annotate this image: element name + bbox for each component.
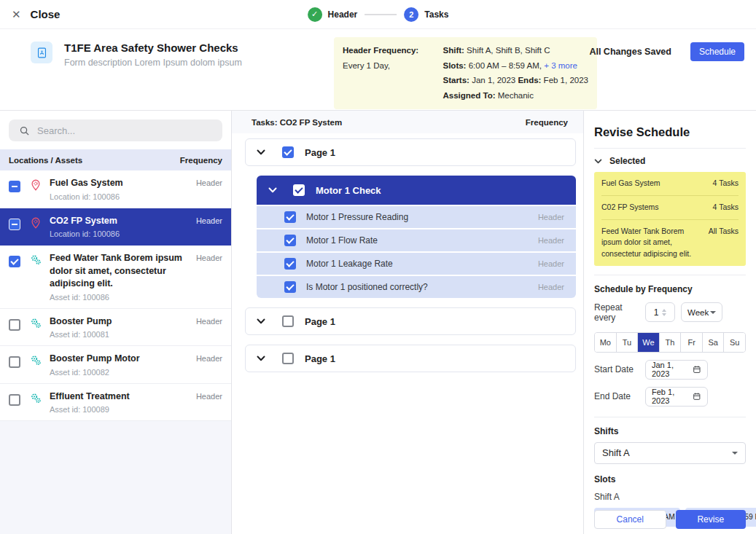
page-checkbox[interactable] bbox=[282, 315, 294, 327]
slots-more-link[interactable]: + 3 more bbox=[544, 61, 577, 70]
page-checkbox[interactable] bbox=[282, 353, 294, 364]
step-done-check-icon: ✓ bbox=[308, 7, 322, 22]
divider bbox=[594, 148, 746, 149]
sidebar-item-co2-fp-system[interactable]: CO2 FP System Location id: 100086 Header bbox=[0, 208, 231, 246]
item-checkbox[interactable] bbox=[9, 181, 20, 192]
item-frequency: Header bbox=[196, 254, 224, 262]
sidebar-item-booster-pump[interactable]: Booster Pump Asset id: 100081 Header bbox=[0, 309, 231, 347]
page-label: Page 1 bbox=[305, 353, 335, 364]
schedule-button[interactable]: Schedule bbox=[690, 42, 744, 61]
task-row[interactable]: Motor 1 Flow Rate Header bbox=[257, 229, 576, 251]
item-name: Booster Pump bbox=[50, 315, 192, 329]
chevron-down-icon[interactable] bbox=[257, 149, 265, 155]
day-button-su[interactable]: Su bbox=[723, 333, 745, 352]
item-checkbox[interactable] bbox=[9, 394, 20, 406]
selected-item-row: Fuel Gas System 4 Tasks bbox=[601, 172, 739, 196]
start-date-input[interactable]: Jan 1, 2023 bbox=[645, 360, 708, 380]
task-checkbox[interactable] bbox=[284, 258, 296, 270]
item-checkbox[interactable] bbox=[9, 256, 20, 267]
close-icon[interactable]: ✕ bbox=[12, 9, 21, 20]
group-header[interactable]: Motor 1 Check bbox=[257, 176, 576, 205]
item-name: Fuel Gas System bbox=[50, 177, 192, 190]
task-frequency: Header bbox=[538, 283, 564, 291]
item-checkbox[interactable] bbox=[9, 356, 20, 368]
info-dates-row: Starts: Jan 1, 2023 Ends: Feb 1, 2023 bbox=[443, 73, 589, 88]
sidebar-item-fuel-gas-system[interactable]: Fuel Gas System Location id: 100086 Head… bbox=[0, 170, 231, 208]
task-row[interactable]: Is Motor 1 positioned correctly? Header bbox=[257, 276, 576, 298]
info-frequency-label: Header Frequency: bbox=[343, 46, 418, 55]
page-label: Page 1 bbox=[305, 147, 335, 158]
item-name: Feed Water Tank Borem ipsum dolor sit am… bbox=[50, 252, 192, 291]
task-checkbox[interactable] bbox=[284, 235, 296, 246]
asset-gears-icon bbox=[29, 392, 42, 405]
caret-down-icon bbox=[710, 311, 716, 314]
locations-sidebar: Locations / Assets Frequency Fuel Gas Sy… bbox=[0, 111, 232, 534]
calendar-icon bbox=[693, 365, 701, 374]
day-button-fr[interactable]: Fr bbox=[680, 333, 702, 352]
chevron-down-icon[interactable] bbox=[257, 318, 265, 324]
page-checkbox[interactable] bbox=[282, 146, 294, 158]
step-tasks[interactable]: 2 Tasks bbox=[404, 7, 448, 22]
selected-items-box: Fuel Gas System 4 Tasks C02 FP Systems 4… bbox=[594, 172, 746, 266]
search-area bbox=[0, 111, 231, 149]
page-label: Page 1 bbox=[305, 316, 335, 327]
revise-button[interactable]: Revise bbox=[676, 510, 747, 529]
task-checkbox[interactable] bbox=[284, 211, 296, 223]
page-card-expanded[interactable]: Page 1 bbox=[245, 138, 576, 166]
step-number-badge: 2 bbox=[404, 7, 418, 22]
chevron-down-icon[interactable] bbox=[594, 159, 602, 164]
chevron-down-icon[interactable] bbox=[257, 356, 265, 361]
search-input[interactable] bbox=[37, 125, 212, 136]
tasks-title: Tasks: CO2 FP System bbox=[252, 118, 342, 127]
repeat-count-input[interactable]: 1 bbox=[645, 302, 675, 322]
group-checkbox[interactable] bbox=[293, 184, 305, 196]
task-row[interactable]: Motor 1 Leakage Rate Header bbox=[257, 253, 576, 275]
item-checkbox[interactable] bbox=[9, 219, 20, 230]
task-frequency: Header bbox=[538, 213, 564, 221]
task-label: Motor 1 Leakage Rate bbox=[306, 259, 538, 269]
tasks-panel-header: Tasks: CO2 FP System Frequency bbox=[232, 111, 583, 133]
asset-gears-icon bbox=[29, 317, 42, 330]
task-row[interactable]: Motor 1 Pressure Reading Header bbox=[257, 206, 576, 228]
day-button-we-selected[interactable]: We bbox=[637, 333, 659, 352]
shift-select-value: Shift A bbox=[602, 447, 630, 458]
divider bbox=[594, 275, 746, 275]
day-button-mo[interactable]: Mo bbox=[595, 333, 616, 352]
chevron-down-icon[interactable] bbox=[268, 187, 277, 193]
info-details: Shift: Shift A, Shift B, Shift C Slots: … bbox=[443, 43, 589, 103]
day-button-tu[interactable]: Tu bbox=[616, 333, 638, 352]
task-label: Motor 1 Pressure Reading bbox=[306, 212, 538, 222]
item-text: Feed Water Tank Borem ipsum dolor sit am… bbox=[50, 252, 196, 302]
page-card-collapsed[interactable]: Page 1 bbox=[245, 345, 576, 372]
search-box[interactable] bbox=[9, 119, 222, 141]
repeat-every-row: Repeat every 1 Week bbox=[594, 302, 746, 323]
form-header: T1FE Area Safety Shower Checks Form desc… bbox=[0, 29, 756, 111]
day-button-th[interactable]: Th bbox=[659, 333, 681, 352]
slots-title: Slots bbox=[594, 474, 746, 484]
sidebar-item-feed-water-tank[interactable]: Feed Water Tank Borem ipsum dolor sit am… bbox=[0, 246, 231, 309]
repeat-unit-select[interactable]: Week bbox=[681, 302, 722, 322]
close-button[interactable]: ✕ Close bbox=[12, 8, 60, 20]
item-checkbox[interactable] bbox=[9, 319, 20, 331]
stepper-connector bbox=[365, 14, 397, 15]
sidebar-item-booster-pump-motor[interactable]: Booster Pump Motor Asset id: 100082 Head… bbox=[0, 346, 231, 384]
locations-assets-header: Locations / Assets bbox=[9, 156, 82, 165]
selected-item-tasks: 4 Tasks bbox=[713, 202, 739, 213]
page-card-collapsed[interactable]: Page 1 bbox=[245, 307, 576, 335]
info-slots-value: 6:00 AM – 8:59 AM, bbox=[469, 61, 542, 70]
end-date-input[interactable]: Feb 1, 2023 bbox=[645, 387, 708, 407]
cancel-button[interactable]: Cancel bbox=[594, 510, 666, 529]
form-titles: T1FE Area Safety Shower Checks Form desc… bbox=[64, 42, 242, 68]
start-date-label: Start Date bbox=[594, 364, 645, 374]
close-label: Close bbox=[31, 8, 61, 20]
number-stepper-icon[interactable] bbox=[662, 309, 666, 316]
revise-schedule-panel: Revise Schedule Selected Fuel Gas System… bbox=[583, 111, 756, 534]
form-document-icon bbox=[36, 47, 48, 59]
step-header[interactable]: ✓ Header bbox=[308, 7, 358, 22]
top-bar: ✕ Close ✓ Header 2 Tasks bbox=[0, 0, 756, 29]
sidebar-item-effluent-treatment[interactable]: Effluent Treatment Asset id: 100089 Head… bbox=[0, 384, 231, 422]
selected-section-toggle[interactable]: Selected bbox=[594, 156, 746, 166]
task-checkbox[interactable] bbox=[284, 281, 296, 293]
shift-select[interactable]: Shift A bbox=[594, 442, 746, 464]
day-button-sa[interactable]: Sa bbox=[702, 333, 724, 352]
